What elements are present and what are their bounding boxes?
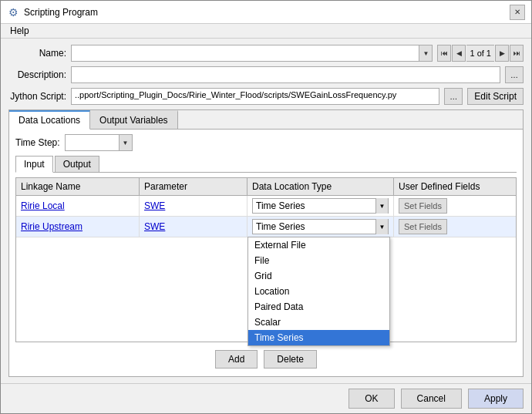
name-row: Name: SWEGainLossFrequency ▼ ⏮ ◀ 1 of 1 … [8, 45, 524, 62]
col-parameter: Parameter [140, 178, 247, 195]
tab-output-variables[interactable]: Output Variables [90, 110, 178, 129]
linkage-link-1[interactable]: Ririe Upstream [21, 221, 82, 232]
description-row: Description: Calculates the change in SW… [8, 66, 524, 83]
table-row: Ririe Local SWE Time Series ▼ [16, 196, 516, 217]
col-user-defined-fields: User Defined Fields [394, 178, 516, 195]
col-linkage-name: Linkage Name [16, 178, 140, 195]
bottom-buttons: Add Delete [15, 347, 517, 372]
timestep-label: Time Step: [15, 137, 60, 148]
menu-bar: Help [1, 24, 531, 39]
dropdown-item-time-series[interactable]: Time Series [248, 330, 389, 345]
set-fields-button-0[interactable]: Set Fields [399, 198, 447, 214]
table-row: Ririe Upstream SWE Time Series ▼ [16, 217, 516, 237]
cancel-button[interactable]: Cancel [401, 389, 462, 409]
name-dropdown-arrow[interactable]: ▼ [419, 45, 433, 62]
parameter-link-0[interactable]: SWE [144, 200, 165, 211]
nav-next-button[interactable]: ▶ [495, 45, 509, 62]
cell-linkage-1: Ririe Upstream [16, 217, 140, 237]
type-select-1[interactable]: Time Series ▼ [252, 219, 389, 234]
tab-group: Data Locations Output Variables Time Ste… [8, 109, 524, 377]
description-label: Description: [8, 69, 66, 80]
title-buttons: ✕ [510, 5, 525, 20]
cell-linkage-0: Ririe Local [16, 196, 140, 216]
type-dropdown-1: External File File Grid Location Paired … [247, 237, 390, 346]
name-combo: SWEGainLossFrequency ▼ [71, 45, 433, 62]
main-window: ⚙ Scripting Program ✕ Help Name: SWEGain… [0, 0, 532, 414]
timestep-input[interactable]: 1DAY [65, 134, 119, 151]
main-tab-header: Data Locations Output Variables [9, 110, 523, 130]
help-menu[interactable]: Help [7, 24, 32, 38]
dropdown-item-paired-data[interactable]: Paired Data [248, 299, 389, 315]
cell-parameter-1: SWE [140, 217, 247, 237]
jython-label: Jython Script: [8, 91, 66, 102]
close-button[interactable]: ✕ [510, 5, 525, 20]
type-select-text-1: Time Series [253, 221, 375, 232]
cell-type-1: Time Series ▼ External File File Grid Lo… [247, 217, 394, 237]
jython-dots-button[interactable]: … [444, 88, 463, 105]
data-table: Linkage Name Parameter Data Location Typ… [15, 177, 517, 342]
type-select-text-0: Time Series [253, 200, 375, 211]
window-title: Scripting Program [24, 7, 98, 18]
col-data-location-type: Data Location Type [247, 178, 394, 195]
page-label: 1 of 1 [466, 45, 494, 62]
dropdown-item-file[interactable]: File [248, 253, 389, 268]
linkage-link-0[interactable]: Ririe Local [21, 200, 65, 211]
inner-tab-header: Input Output [15, 156, 517, 173]
dropdown-item-scalar[interactable]: Scalar [248, 315, 389, 330]
tab-content: Time Step: 1DAY ▼ Input Output Linkage N… [9, 130, 523, 376]
dropdown-item-external-file[interactable]: External File [248, 237, 389, 253]
delete-button[interactable]: Delete [264, 350, 317, 369]
window-icon: ⚙ [7, 6, 19, 19]
description-dots-button[interactable]: … [505, 66, 524, 83]
dropdown-item-grid[interactable]: Grid [248, 268, 389, 284]
table-body: Ririe Local SWE Time Series ▼ [16, 196, 516, 237]
tab-data-locations[interactable]: Data Locations [9, 110, 90, 130]
edit-script-button[interactable]: Edit Script [467, 88, 524, 105]
timestep-row: Time Step: 1DAY ▼ [15, 134, 517, 151]
content-area: Name: SWEGainLossFrequency ▼ ⏮ ◀ 1 of 1 … [1, 39, 531, 383]
nav-prev-button[interactable]: ◀ [452, 45, 466, 62]
set-fields-button-1[interactable]: Set Fields [399, 219, 447, 234]
title-bar-left: ⚙ Scripting Program [7, 6, 98, 19]
apply-button[interactable]: Apply [468, 389, 524, 409]
title-bar: ⚙ Scripting Program ✕ [1, 1, 531, 24]
timestep-combo: 1DAY ▼ [65, 134, 133, 151]
ok-button[interactable]: OK [348, 389, 394, 409]
type-select-0[interactable]: Time Series ▼ [252, 198, 389, 214]
table-header: Linkage Name Parameter Data Location Typ… [16, 178, 516, 196]
cell-fields-1: Set Fields [394, 217, 516, 237]
jython-path-display: ..pport/Scripting_Plugin_Docs/Ririe_Wint… [71, 88, 439, 105]
inner-tab-input[interactable]: Input [15, 156, 53, 173]
nav-buttons: ⏮ ◀ 1 of 1 ▶ ⏭ [437, 45, 524, 62]
footer-buttons: OK Cancel Apply [1, 383, 531, 413]
jython-row: Jython Script: ..pport/Scripting_Plugin_… [8, 88, 524, 105]
nav-first-button[interactable]: ⏮ [437, 45, 451, 62]
inner-tab-output[interactable]: Output [55, 156, 99, 172]
name-label: Name: [8, 48, 66, 59]
add-button[interactable]: Add [215, 350, 258, 369]
type-select-arrow-1: ▼ [375, 219, 388, 234]
name-input[interactable]: SWEGainLossFrequency [71, 45, 419, 62]
cell-parameter-0: SWE [140, 196, 247, 216]
parameter-link-1[interactable]: SWE [144, 221, 165, 232]
dropdown-item-location[interactable]: Location [248, 284, 389, 299]
cell-fields-0: Set Fields [394, 196, 516, 216]
description-input[interactable]: Calculates the change in SWE over the si… [71, 66, 500, 83]
nav-last-button[interactable]: ⏭ [510, 45, 524, 62]
type-select-arrow-0: ▼ [375, 198, 388, 214]
cell-type-0: Time Series ▼ [247, 196, 394, 216]
timestep-arrow[interactable]: ▼ [119, 134, 133, 151]
